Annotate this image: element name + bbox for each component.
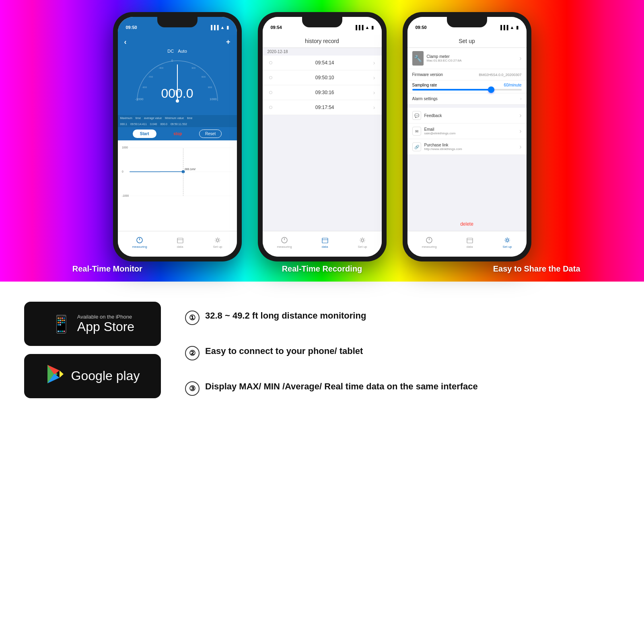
device-chevron: › (519, 55, 521, 62)
email-info: Email sale@elinkthings.com (424, 127, 456, 135)
nav-data-1[interactable]: data (176, 236, 184, 249)
record-dot-1 (269, 76, 272, 79)
record-dot-0 (269, 61, 272, 64)
phone-history: 09:54 ▐▐▐ ▲ ▮ history record 2020-12-18 … (258, 12, 387, 261)
time-label2: time (187, 117, 192, 119)
nav-label-setup-1: Set up (213, 245, 222, 249)
email-row[interactable]: ✉ Email sale@elinkthings.com › (407, 123, 527, 139)
stop-button[interactable]: stop (173, 130, 182, 138)
chevron-icon-3: › (373, 104, 375, 111)
nav-measuring-2[interactable]: measuring (277, 236, 292, 249)
chart-svg: 1000 0 -1000 000.1mV (121, 144, 234, 200)
label-recording: Real-Time Recording (257, 264, 386, 274)
nav-data-3[interactable]: data (466, 236, 474, 249)
reset-button[interactable]: Reset (199, 130, 222, 138)
svg-text:-1000: -1000 (135, 97, 144, 101)
feedback-row[interactable]: 💬 Feedback › (407, 108, 527, 123)
history-item-0[interactable]: 09:54:14 › (263, 56, 382, 70)
data-icon-3 (466, 236, 474, 244)
signal-icon-3: ▐▐▐ (499, 25, 508, 30)
record-time-3: 09:17:54 (315, 105, 334, 110)
phone-measuring: 09:50 ▐▐▐ ▲ ▮ ‹ + DC Auto (113, 12, 242, 261)
svg-text:0: 0 (121, 170, 123, 173)
appstore-text: Available on the iPhone App Store (77, 314, 134, 334)
googleplay-text: Google play (71, 369, 140, 383)
slider-track[interactable] (412, 89, 522, 91)
firmware-row: Firmware version BM02H5S4.0.0_20200307 (407, 69, 527, 80)
googleplay-badge[interactable]: Google play (24, 354, 161, 398)
gauge-area: ‹ + DC Auto -1000 1000 (118, 35, 237, 115)
svg-text:300: 300 (191, 67, 196, 69)
nav-label-data-2: data (322, 245, 328, 249)
slider-thumb[interactable] (488, 86, 494, 93)
label-monitor: Real-Time Monitor (43, 264, 172, 274)
time-2: 09:54 (271, 25, 282, 30)
start-button[interactable]: Start (133, 130, 156, 138)
purchase-icon: 🔗 (412, 142, 421, 151)
nav-label-data-3: data (467, 245, 473, 249)
svg-text:0: 0 (171, 59, 173, 62)
appstore-badge[interactable]: 📱 Available on the iPhone App Store (24, 302, 161, 346)
bottom-nav-3: measuring data Set up (407, 231, 527, 257)
nav-label-setup-3: Set up (502, 245, 512, 249)
wifi-icon-2: ▲ (365, 25, 370, 30)
setup-title: Set up (407, 35, 527, 48)
alarm-chevron: › (520, 97, 521, 101)
history-item-1[interactable]: 09:50:10 › (263, 70, 382, 85)
svg-text:600: 600 (202, 76, 206, 78)
avg-val: 0.040 (150, 123, 157, 126)
bottom-nav-2: measuring data Set up (263, 231, 382, 257)
label-share: Easy to Share the Data (472, 264, 601, 274)
sampling-label-row: Sampling rate 60/minute (412, 83, 522, 87)
delete-button[interactable]: delete (460, 221, 473, 227)
feature-text-1: Easy to connect to your phone/ tablet (205, 345, 363, 358)
nav-measuring-3[interactable]: measuring (422, 236, 436, 249)
setup-icon-1 (214, 236, 222, 244)
feedback-icon: 💬 (412, 111, 421, 120)
nav-measuring-1[interactable]: measuring (132, 236, 147, 249)
nav-setup-1[interactable]: Set up (213, 236, 222, 249)
purchase-row[interactable]: 🔗 Purchase link http://www.elinkthings.c… (407, 139, 527, 155)
purchase-info: Purchase link http://www.elinkthings.com (424, 143, 462, 151)
alarm-label: Alarm settings (412, 97, 438, 101)
purchase-label: Purchase link (424, 143, 462, 147)
svg-text:-900: -900 (142, 86, 147, 88)
svg-rect-32 (467, 238, 473, 243)
status-bar-1: 09:50 ▐▐▐ ▲ ▮ (118, 17, 237, 35)
history-item-3[interactable]: 09:17:54 › (263, 100, 382, 115)
top-section: 09:50 ▐▐▐ ▲ ▮ ‹ + DC Auto (0, 0, 644, 282)
svg-text:-400: -400 (158, 67, 164, 69)
svg-text:900: 900 (208, 86, 212, 88)
plus-icon[interactable]: + (226, 38, 230, 46)
feature-item-0: ① 32.8 ~ 49.2 ft long distance monitorin… (185, 310, 620, 325)
back-icon[interactable]: ‹ (124, 38, 127, 46)
feature-item-1: ② Easy to connect to your phone/ tablet (185, 345, 620, 360)
email-sub: sale@elinkthings.com (424, 132, 456, 135)
feedback-chevron: › (519, 112, 521, 119)
min-val: 000.0 (160, 123, 167, 126)
store-badges: 📱 Available on the iPhone App Store Goog… (24, 302, 161, 632)
signal-icon: ▐▐▐ (209, 25, 218, 30)
time-val1: 09:50:14.411 (130, 123, 147, 126)
appstore-name: App Store (77, 320, 134, 334)
status-icons-1: ▐▐▐ ▲ ▮ (209, 25, 228, 30)
nav-setup-2[interactable]: Set up (358, 236, 367, 249)
status-icons-3: ▐▐▐ ▲ ▮ (499, 25, 518, 30)
alarm-row[interactable]: Alarm settings › (407, 93, 527, 105)
nav-data-2[interactable]: data (321, 236, 329, 249)
svg-text:000.1mV: 000.1mV (185, 168, 196, 171)
googleplay-icon (45, 364, 66, 388)
record-dot-2 (269, 91, 272, 94)
nav-setup-3[interactable]: Set up (502, 236, 512, 249)
nav-label-data-1: data (177, 245, 183, 249)
time-1: 09:50 (126, 25, 137, 30)
device-row[interactable]: 🔧 Clamp meter Mac:01:B3:EC:C0:27:8A › (407, 48, 527, 69)
chevron-icon-2: › (373, 89, 375, 96)
gauge-value: 000.0 (161, 86, 193, 101)
feedback-label: Feedback (424, 113, 442, 118)
device-name: Clamp meter (427, 54, 516, 59)
nav-label-measuring-1: measuring (132, 245, 147, 249)
gauge-nav: ‹ + (118, 38, 237, 46)
battery-icon-3: ▮ (516, 25, 518, 30)
history-item-2[interactable]: 09:30:16 › (263, 85, 382, 100)
